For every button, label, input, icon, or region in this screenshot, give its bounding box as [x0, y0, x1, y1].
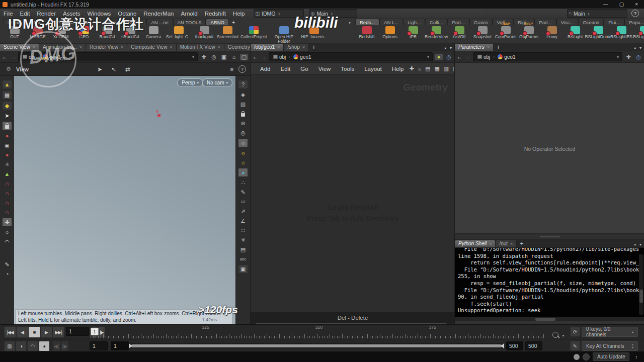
- close-icon[interactable]: ×: [218, 45, 220, 50]
- grid-view-icon[interactable]: ▥: [444, 65, 449, 72]
- cycle-keys-icon[interactable]: ⟳: [570, 327, 580, 337]
- radial-menu-icon[interactable]: ◎: [445, 54, 453, 60]
- disable-lighting-icon[interactable]: ⊗: [238, 119, 248, 127]
- view-tool-icon[interactable]: ▲: [2, 80, 12, 89]
- pane-tab-animation-ed-[interactable]: Animation Ed...×: [39, 44, 86, 51]
- pane-tab-python-shell[interactable]: Python Shell×: [455, 240, 496, 247]
- flipbook-icon[interactable]: ◔: [3, 270, 12, 278]
- construction-plane-icon[interactable]: ◆: [2, 101, 12, 110]
- snapshot-copy-icon[interactable]: ▥: [238, 100, 248, 108]
- keys-summary-box[interactable]: 0 keys, 0/0 channels▴: [582, 327, 638, 337]
- camera-select-button[interactable]: No cam▾: [202, 78, 232, 87]
- close-icon[interactable]: ×: [489, 241, 492, 246]
- close-icon[interactable]: ×: [33, 45, 35, 50]
- menu-assets[interactable]: Assets: [59, 9, 84, 18]
- update-mode-select[interactable]: Auto Update: [593, 352, 630, 361]
- caret-down-icon[interactable]: ▼: [561, 334, 565, 337]
- shelf-tab-octane[interactable]: Octane: [99, 19, 123, 25]
- shelf-tool-merge[interactable]: MERGE: [26, 26, 49, 39]
- pane-menu-icon[interactable]: ▪: [634, 242, 636, 247]
- add-shelf-tab-button[interactable]: +: [229, 19, 238, 25]
- pane-tab--obj-geo1[interactable]: /obj/geo1×: [251, 44, 284, 51]
- close-icon[interactable]: ×: [121, 45, 123, 50]
- snapshot-cube-icon[interactable]: ▣: [220, 54, 228, 60]
- shelf-tool-rslightdome[interactable]: RSLightDome: [587, 26, 610, 39]
- key-all-channels-button[interactable]: Key All Channels ▴▾: [582, 341, 638, 351]
- shelf-tab-an-ne[interactable]: AN ...ne: [146, 19, 173, 25]
- forward-arrow-icon[interactable]: →: [261, 54, 267, 60]
- point-markers-icon[interactable]: ∷: [238, 226, 248, 234]
- network-canvas[interactable]: Geometry Empty Network Press Tab to Add …: [251, 75, 455, 312]
- shelf-tab-arno[interactable]: ARNO: [206, 19, 228, 25]
- back-arrow-icon[interactable]: ←: [2, 54, 8, 60]
- menu-help[interactable]: Help: [229, 9, 249, 18]
- shelf-tab-an-tools[interactable]: AN TOOLS: [173, 19, 206, 25]
- shelf-tool-on-off[interactable]: On/Off: [448, 26, 471, 39]
- path-field[interactable]: obj›geo1▾: [18, 52, 198, 61]
- path-field[interactable]: obj›geo1▾: [269, 52, 433, 61]
- shelf-tool-randcd[interactable]: RandCd: [96, 26, 119, 39]
- close-button[interactable]: ×: [635, 2, 638, 7]
- shelf-tab-oceans[interactable]: Oceans: [578, 19, 604, 25]
- shelf-tool-geo[interactable]: GEO: [72, 26, 96, 39]
- persp-view-button[interactable]: Persp▾: [177, 78, 203, 87]
- spinner-icon[interactable]: ▴▾: [331, 12, 333, 16]
- view-pivot-icon[interactable]: ✚: [2, 218, 12, 227]
- new-pane-tab-button[interactable]: +: [309, 44, 318, 51]
- console-vscrollbar[interactable]: [639, 254, 643, 315]
- caret-down-icon[interactable]: ▾: [450, 46, 452, 50]
- shelf-tab-flui-[interactable]: Flui...: [604, 19, 624, 25]
- main-desktop-select[interactable]: ◎ Main ▴▾: [309, 9, 357, 18]
- breadcrumb-obj[interactable]: obj: [271, 53, 288, 60]
- shelf-tab-reds-[interactable]: Reds...: [355, 19, 379, 25]
- snap-multi-magnet-icon[interactable]: ∩: [3, 208, 12, 216]
- path-dropdown-icon[interactable]: ▾: [192, 55, 195, 59]
- pin-pane-icon[interactable]: ✚: [624, 54, 632, 60]
- spinner-icon[interactable]: ▴▾: [635, 355, 637, 359]
- select-dynamics-icon[interactable]: ●: [3, 151, 12, 159]
- back-arrow-icon[interactable]: ←: [253, 54, 259, 60]
- shelf-tab-colli-[interactable]: Colli...: [425, 19, 447, 25]
- network-menu-add[interactable]: Add: [256, 66, 275, 72]
- snap-grid-magnet-icon[interactable]: ∩: [3, 199, 12, 207]
- breadcrumb-geo1[interactable]: geo1: [496, 53, 517, 60]
- play-button[interactable]: ▶: [40, 326, 52, 338]
- forward-arrow-icon[interactable]: →: [10, 54, 16, 60]
- spinner-icon[interactable]: ▴▾: [588, 12, 590, 16]
- show-point-trails-icon[interactable]: ✎: [238, 188, 248, 196]
- group-list-icon[interactable]: ▤: [238, 245, 248, 253]
- shelf-tool-out[interactable]: OUT: [3, 26, 26, 39]
- playback-end-field[interactable]: 500: [525, 341, 542, 350]
- display-options-icon[interactable]: ≡: [230, 66, 233, 72]
- caret-down-icon[interactable]: ▾: [639, 46, 641, 50]
- shelf-tab-part-[interactable]: Part...: [447, 19, 469, 25]
- tree-view-icon[interactable]: ≡: [418, 66, 421, 72]
- next-key-button[interactable]: |▶: [61, 341, 69, 351]
- secure-selection-icon[interactable]: [2, 121, 12, 130]
- handles-tool-icon[interactable]: ▲: [3, 170, 12, 178]
- close-icon[interactable]: ×: [277, 45, 280, 50]
- path-dropdown-icon[interactable]: ▾: [617, 55, 620, 59]
- shelf-tool-snapshot[interactable]: Snapshot: [471, 26, 494, 39]
- help-icon[interactable]: ?: [238, 80, 248, 89]
- camera-view-icon[interactable]: ▣: [238, 264, 248, 274]
- pane-tab-scene-view[interactable]: Scene View×: [0, 44, 39, 51]
- new-pane-tab-button[interactable]: +: [517, 240, 526, 247]
- pane-tab-motion-fx-view[interactable]: Motion FX View×: [177, 44, 224, 51]
- snap-point-magnet-icon[interactable]: ∩: [3, 179, 12, 188]
- shelf-tab-gu-[interactable]: Gu...: [79, 19, 99, 25]
- close-icon[interactable]: ×: [170, 45, 172, 50]
- shelf-tab-create[interactable]: Create: [3, 19, 27, 25]
- viewport-help-icon[interactable]: ?: [238, 65, 246, 73]
- network-menu-edit[interactable]: Edit: [276, 66, 295, 72]
- play-reverse-button[interactable]: ◀: [16, 326, 28, 338]
- shelf-tab-an-l-[interactable]: AN L...: [379, 19, 403, 25]
- shelf-tool-ipr[interactable]: IPR: [401, 26, 425, 39]
- radial-menu-icon[interactable]: ◎: [210, 54, 218, 60]
- selection-circle-icon[interactable]: ○: [3, 228, 12, 236]
- origin-gnomon-icon[interactable]: ✳: [238, 236, 248, 244]
- forward-arrow-icon[interactable]: →: [465, 54, 471, 60]
- network-menu-go[interactable]: Go: [296, 66, 312, 72]
- range-start-field[interactable]: 1: [90, 341, 108, 350]
- pane-tab--shop[interactable]: /shop×: [284, 44, 309, 51]
